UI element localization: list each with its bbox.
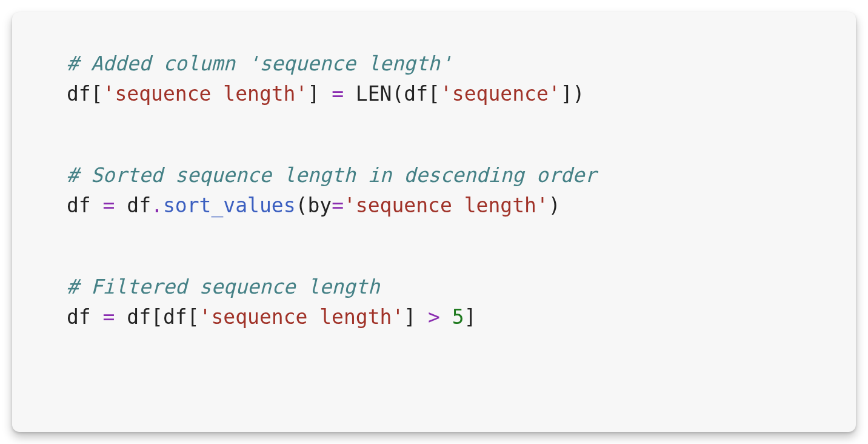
code-line-3: df = df[df['sequence length'] > 5]: [67, 302, 801, 332]
tok: df: [115, 193, 151, 217]
tok-string: 'sequence length': [344, 193, 549, 217]
tok: ]: [464, 305, 476, 329]
code-line-1: df['sequence length'] = LEN(df['sequence…: [67, 79, 801, 109]
tok: df: [67, 193, 103, 217]
code-comment-3: # Filtered sequence length: [67, 272, 801, 302]
code-comment-1: # Added column 'sequence length': [67, 49, 801, 79]
tok: ]: [307, 82, 332, 106]
tok-method: sort_values: [163, 193, 296, 217]
tok: ]): [561, 82, 585, 106]
tok-operator: =: [332, 82, 344, 106]
code-block-2: # Sorted sequence length in descending o…: [67, 160, 801, 220]
tok-operator: >: [428, 305, 440, 329]
code-line-2: df = df.sort_values(by='sequence length'…: [67, 190, 801, 221]
tok: df: [67, 305, 103, 329]
code-comment-2: # Sorted sequence length in descending o…: [67, 160, 801, 190]
comment-text: # Sorted sequence length in descending o…: [67, 163, 596, 187]
tok: df[: [67, 82, 103, 106]
tok: [440, 305, 452, 329]
code-block-1: # Added column 'sequence length' df['seq…: [67, 49, 801, 109]
tok-number: 5: [452, 305, 464, 329]
tok-dot: .: [151, 193, 163, 217]
code-card: # Added column 'sequence length' df['seq…: [12, 12, 856, 432]
comment-text: # Filtered sequence length: [67, 275, 380, 298]
tok-operator: =: [103, 193, 115, 217]
tok: ): [549, 193, 561, 217]
tok: df[df[: [115, 305, 199, 329]
tok-string: 'sequence': [440, 82, 561, 106]
tok: (by: [296, 193, 332, 217]
tok: ]: [404, 305, 428, 329]
tok-string: 'sequence length': [199, 305, 404, 329]
tok: LEN(df[: [344, 82, 440, 106]
tok-operator: =: [103, 305, 115, 329]
tok-operator: =: [332, 193, 344, 217]
tok-string: 'sequence length': [103, 82, 308, 106]
comment-text: # Added column 'sequence length': [67, 52, 452, 75]
code-block-3: # Filtered sequence length df = df[df['s…: [67, 272, 801, 332]
